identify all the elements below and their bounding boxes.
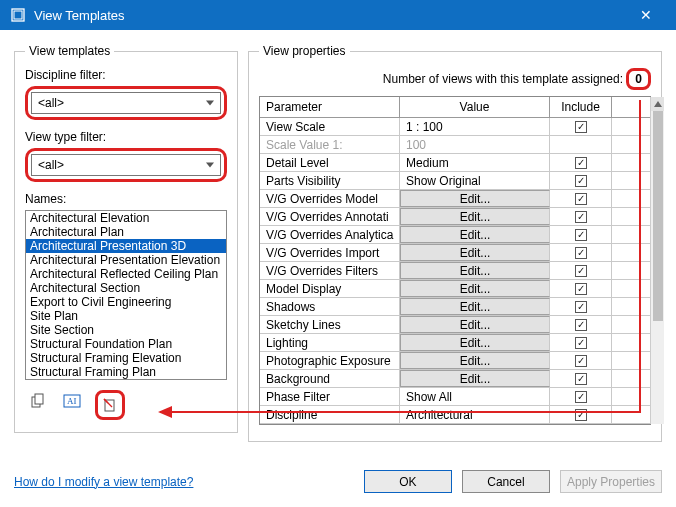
edit-button[interactable]: Edit... (400, 334, 550, 351)
grid-scrollbar[interactable] (650, 97, 664, 424)
discipline-filter-label: Discipline filter: (25, 68, 227, 82)
list-item[interactable]: Architectural Section (26, 281, 226, 295)
header-parameter[interactable]: Parameter (260, 97, 400, 117)
value-cell[interactable]: Show Original (400, 172, 550, 189)
include-checkbox[interactable] (575, 409, 587, 421)
param-cell: Photographic Exposure (260, 352, 400, 369)
include-cell[interactable] (550, 298, 612, 315)
include-checkbox[interactable] (575, 319, 587, 331)
param-cell: Scale Value 1: (260, 136, 400, 153)
view-properties-group: View properties Number of views with thi… (248, 44, 662, 442)
viewtype-filter-label: View type filter: (25, 130, 227, 144)
include-cell[interactable] (550, 316, 612, 333)
param-cell: Discipline (260, 406, 400, 423)
include-cell[interactable] (550, 118, 612, 135)
edit-button[interactable]: Edit... (400, 316, 550, 333)
list-item[interactable]: Architectural Plan (26, 225, 226, 239)
include-checkbox[interactable] (575, 265, 587, 277)
include-cell[interactable] (550, 280, 612, 297)
edit-button[interactable]: Edit... (400, 208, 550, 225)
param-cell: V/G Overrides Model (260, 190, 400, 207)
include-cell[interactable] (550, 154, 612, 171)
list-item[interactable]: Architectural Reflected Ceiling Plan (26, 267, 226, 281)
include-cell[interactable] (550, 262, 612, 279)
names-listbox[interactable]: Architectural ElevationArchitectural Pla… (25, 210, 227, 380)
title-bar: View Templates ✕ (0, 0, 676, 30)
ok-button[interactable]: OK (364, 470, 452, 493)
viewtype-filter-combo[interactable]: <all> (31, 154, 221, 176)
include-checkbox[interactable] (575, 193, 587, 205)
header-value[interactable]: Value (400, 97, 550, 117)
list-item[interactable]: Structural Foundation Plan (26, 337, 226, 351)
scroll-thumb[interactable] (653, 111, 663, 321)
include-checkbox[interactable] (575, 391, 587, 403)
value-cell: 100 (400, 136, 550, 153)
view-templates-group: View templates Discipline filter: <all> … (14, 44, 238, 433)
include-cell[interactable] (550, 172, 612, 189)
edit-button[interactable]: Edit... (400, 262, 550, 279)
table-row: ShadowsEdit... (260, 298, 650, 316)
include-cell (550, 136, 612, 153)
viewtype-filter-value: <all> (38, 158, 64, 172)
include-checkbox[interactable] (575, 121, 587, 133)
list-item[interactable]: Export to Civil Engineering (26, 295, 226, 309)
include-cell[interactable] (550, 352, 612, 369)
value-cell[interactable]: Show All (400, 388, 550, 405)
header-include[interactable]: Include (550, 97, 612, 117)
include-cell[interactable] (550, 334, 612, 351)
edit-button[interactable]: Edit... (400, 244, 550, 261)
rename-icon[interactable]: AI (61, 390, 83, 412)
include-cell[interactable] (550, 370, 612, 387)
assigned-count-value: 0 (626, 68, 651, 90)
param-cell: Sketchy Lines (260, 316, 400, 333)
edit-button[interactable]: Edit... (400, 280, 550, 297)
duplicate-icon[interactable] (27, 390, 49, 412)
cancel-button[interactable]: Cancel (462, 470, 550, 493)
table-row: Model DisplayEdit... (260, 280, 650, 298)
include-checkbox[interactable] (575, 373, 587, 385)
list-item[interactable]: Structural Section (26, 379, 226, 380)
edit-button[interactable]: Edit... (400, 370, 550, 387)
include-checkbox[interactable] (575, 301, 587, 313)
value-cell[interactable]: 1 : 100 (400, 118, 550, 135)
param-cell: Background (260, 370, 400, 387)
edit-button[interactable]: Edit... (400, 190, 550, 207)
table-row: V/G Overrides AnalyticaEdit... (260, 226, 650, 244)
help-link[interactable]: How do I modify a view template? (14, 475, 193, 489)
discipline-filter-combo[interactable]: <all> (31, 92, 221, 114)
include-cell[interactable] (550, 244, 612, 261)
list-item[interactable]: Site Plan (26, 309, 226, 323)
list-item[interactable]: Structural Framing Plan (26, 365, 226, 379)
list-item[interactable]: Architectural Elevation (26, 211, 226, 225)
delete-icon[interactable] (95, 390, 125, 420)
value-cell[interactable]: Architectural (400, 406, 550, 423)
value-cell[interactable]: Medium (400, 154, 550, 171)
include-cell[interactable] (550, 190, 612, 207)
close-icon[interactable]: ✕ (624, 7, 668, 23)
include-checkbox[interactable] (575, 229, 587, 241)
list-item[interactable]: Architectural Presentation Elevation (26, 253, 226, 267)
include-checkbox[interactable] (575, 247, 587, 259)
edit-button[interactable]: Edit... (400, 352, 550, 369)
include-cell[interactable] (550, 388, 612, 405)
include-checkbox[interactable] (575, 337, 587, 349)
table-row: Scale Value 1:100 (260, 136, 650, 154)
names-label: Names: (25, 192, 227, 206)
list-item[interactable]: Architectural Presentation 3D (26, 239, 226, 253)
include-checkbox[interactable] (575, 211, 587, 223)
include-checkbox[interactable] (575, 283, 587, 295)
param-cell: Phase Filter (260, 388, 400, 405)
scroll-up-icon[interactable] (651, 97, 664, 111)
include-cell[interactable] (550, 208, 612, 225)
list-item[interactable]: Structural Framing Elevation (26, 351, 226, 365)
include-cell[interactable] (550, 406, 612, 423)
include-checkbox[interactable] (575, 355, 587, 367)
include-checkbox[interactable] (575, 175, 587, 187)
edit-button[interactable]: Edit... (400, 226, 550, 243)
edit-button[interactable]: Edit... (400, 298, 550, 315)
include-cell[interactable] (550, 226, 612, 243)
param-cell: Model Display (260, 280, 400, 297)
list-item[interactable]: Site Section (26, 323, 226, 337)
view-properties-legend: View properties (259, 44, 350, 58)
include-checkbox[interactable] (575, 157, 587, 169)
